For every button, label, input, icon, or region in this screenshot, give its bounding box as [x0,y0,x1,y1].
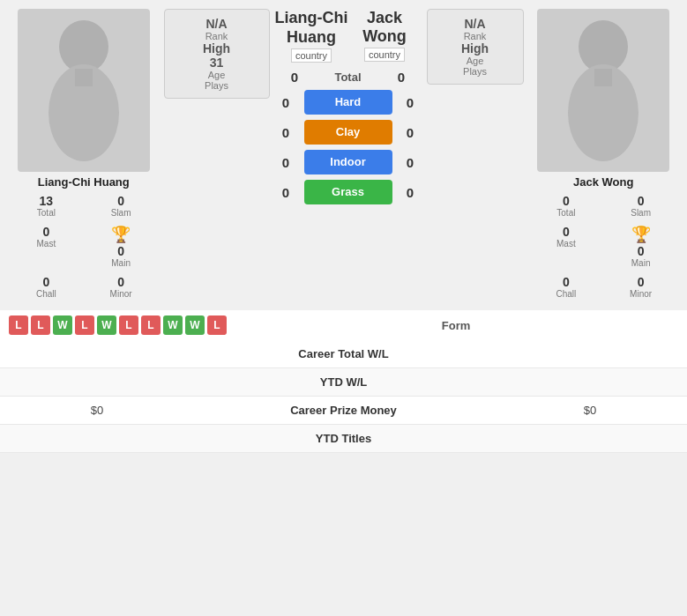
form-pill-2: W [53,315,72,335]
form-label: Form [234,319,678,332]
right-total-value: 0 [529,194,604,208]
right-player-name-center: Jack Wong [348,9,422,46]
right-mast-stat: 0 Mast [529,223,604,270]
right-chall-value: 0 [529,275,604,289]
left-slam-stat: 0 Slam [84,192,159,219]
left-name-line1: Liang-Chi [275,9,348,28]
stat-row-center-2: Career Prize Money [185,404,502,417]
left-name-line2: Huang [275,28,348,48]
indoor-score-left: 0 [275,155,297,170]
right-stats-row2: 0 Mast 🏆 0 Main [529,223,679,270]
left-player-name: Liang-Chi Huang [38,175,130,189]
stat-row-left-2: $0 [9,404,185,417]
indoor-score-right: 0 [400,155,422,170]
form-pill-6: L [141,315,161,335]
hard-score-left: 0 [275,95,297,110]
grass-score-row: 0 Grass 0 [275,180,422,204]
left-slam-value: 0 [84,194,159,208]
left-chall-value: 0 [9,275,84,289]
left-stats-row2: 0 Mast 🏆 0 Main [9,223,159,270]
right-minor-value: 0 [603,275,678,289]
left-age-label: Age [208,70,226,80]
left-plays-label: Plays [205,80,228,91]
grass-score-left: 0 [275,185,297,200]
total-label: Total [313,71,384,84]
form-pill-0: L [9,315,28,335]
right-minor-stat: 0 Minor [603,273,678,301]
left-total-stat: 13 Total [9,192,84,219]
form-pill-4: W [97,315,116,335]
left-chall-stat: 0 Chall [9,273,84,301]
left-high-stat: High [203,41,230,56]
clay-score-right: 0 [400,125,422,140]
svg-rect-2 [75,69,93,86]
left-player-name-center: Liang-Chi Huang [275,9,348,47]
clay-surface-btn[interactable]: Clay [304,120,392,145]
right-slam-stat: 0 Slam [603,192,678,219]
stat-row-center-3: YTD Titles [185,432,502,445]
left-rank-value: N/A [205,17,228,31]
left-total-value: 13 [9,194,84,208]
right-age-stat: Age [467,56,484,66]
form-pill-8: W [185,315,205,335]
right-slam-label: Slam [603,208,678,218]
left-minor-label: Minor [84,289,159,299]
left-name-block: Liang-Chi Huang country [275,9,348,63]
right-main-label: Main [631,258,651,268]
left-trophy-icon: 🏆 [111,225,131,244]
main-container: Liang-Chi Huang 13 Total 0 Slam 0 Mast [0,0,687,453]
right-main-value: 0 [638,244,645,258]
left-plays-stat: Plays [205,80,228,91]
right-plays-label: Plays [463,66,487,77]
grass-score-right: 0 [400,185,422,200]
hard-surface-btn[interactable]: Hard [304,90,392,115]
stat-row-2: $0Career Prize Money$0 [0,397,687,425]
grass-surface-btn[interactable]: Grass [304,180,392,204]
right-player-block: Jack Wong 0 Total 0 Slam 0 Mast 🏆 [529,9,679,301]
right-stats-row3: 0 Chall 0 Minor [529,273,679,301]
right-trophy-stat: 🏆 0 Main [603,223,678,270]
left-minor-stat: 0 Minor [84,273,159,301]
left-rank-stat: N/A Rank [205,17,228,41]
stat-row-0: Career Total W/L [0,340,687,368]
left-center-panel: N/A Rank High 31 Age Plays [164,9,270,99]
right-mast-label: Mast [529,239,604,249]
hard-score-right: 0 [400,95,422,110]
indoor-surface-btn[interactable]: Indoor [304,150,392,174]
total-score-left: 0 [284,70,306,85]
right-rank-label: Rank [464,31,487,41]
left-player-block: Liang-Chi Huang 13 Total 0 Slam 0 Mast [9,9,159,301]
score-rows: 0 Total 0 0 Hard 0 0 Clay 0 0 [275,70,422,204]
left-minor-value: 0 [84,275,159,289]
right-stats-row: 0 Total 0 Slam [529,192,679,219]
right-rank-value: N/A [464,17,487,31]
form-pill-1: L [31,315,50,335]
left-main-value: 0 [117,244,124,258]
right-player-photo [537,9,669,172]
left-stats-row: 13 Total 0 Slam [9,192,159,219]
form-pill-3: L [75,315,94,335]
form-pills: LLWLWLLWWL [9,315,227,335]
right-minor-label: Minor [603,289,678,299]
form-pill-9: L [207,315,227,335]
right-age-label: Age [467,56,484,66]
left-mast-label: Mast [9,239,84,249]
right-slam-value: 0 [603,194,678,208]
form-section: LLWLWLLWWL Form [0,310,687,340]
right-total-label: Total [529,208,604,218]
right-total-stat: 0 Total [529,192,604,219]
right-player-name: Jack Wong [573,175,633,189]
stat-row-right-2: $0 [502,404,678,417]
left-country-label: country [291,48,332,63]
left-main-label: Main [111,258,131,268]
top-area: Liang-Chi Huang 13 Total 0 Slam 0 Mast [0,0,687,305]
stat-row-1: YTD W/L [0,368,687,397]
hard-score-row: 0 Hard 0 [275,90,422,115]
svg-rect-5 [594,69,612,86]
left-total-label: Total [9,208,84,218]
right-trophy-icon: 🏆 [631,225,651,244]
names-row: Liang-Chi Huang country Jack Wong countr… [275,9,422,63]
left-high-value: High [203,41,230,56]
right-rank-stat: N/A Rank [464,17,487,41]
indoor-score-row: 0 Indoor 0 [275,150,422,174]
